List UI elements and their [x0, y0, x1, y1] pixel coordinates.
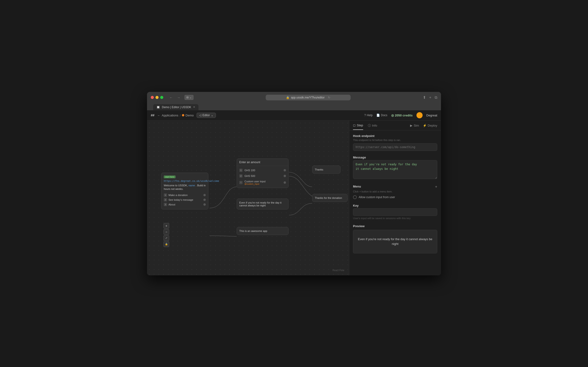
menu-num-3: 3 — [164, 203, 167, 206]
zoom-out-button[interactable]: − — [163, 229, 169, 235]
maximize-button[interactable] — [160, 96, 163, 99]
menu-label-3: About — [169, 203, 175, 206]
tab-sim[interactable]: ▶ Sim — [410, 124, 419, 130]
toolbar-icons: ⬆ + ⧉ — [423, 95, 437, 100]
editor-label: Editor — [202, 114, 210, 117]
tab-close-button[interactable]: ✕ — [193, 106, 195, 109]
address-bar-row: 🔒 app.ussdk.me/YTfvu/editor ↻ — [196, 95, 420, 100]
amount-item-1: 1 GHS 100 — [237, 167, 288, 173]
sidebar-chevron-icon: ⌄ — [189, 96, 192, 99]
title-bar: ← → ⊟ ⌄ 🔒 app.ussdk.me/YTfvu/editor ↻ ⬆ … — [151, 95, 437, 100]
key-sublabel: User's input will be saved in sessions w… — [353, 217, 437, 220]
zoom-controls: + − ⤢ 🔒 — [163, 223, 169, 247]
hook-endpoint-input[interactable] — [353, 143, 437, 151]
share-icon-button[interactable]: ⬆ — [423, 95, 426, 100]
info-icon: ⓘ — [368, 124, 371, 128]
minimize-button[interactable] — [155, 96, 159, 99]
tab-title: Demo | Editor | USSDK — [162, 106, 191, 109]
menu-label-2: See today's message — [169, 198, 193, 201]
thanks-donation-text: Thanks for the donation — [315, 197, 342, 199]
hook-endpoint-label: Hook endpoint — [353, 134, 437, 138]
custom-input-item: * Custom user input @custom_input — [237, 179, 288, 186]
message-textarea[interactable]: Even if you're not ready for the day it … — [353, 160, 437, 179]
breadcrumb-separator: / — [180, 114, 181, 117]
panel-content: Hook endpoint This endpoint is hit befor… — [349, 130, 441, 275]
menu-connector-1 — [203, 194, 206, 196]
new-tab-button[interactable]: + — [429, 95, 431, 100]
start-node[interactable]: start here https://fns.degreat.co.uk/uss… — [161, 173, 208, 210]
custom-input-connector — [284, 181, 286, 184]
help-label: Help — [367, 114, 373, 117]
custom-input-num: * — [239, 181, 242, 184]
message-node-text: Even if you're not ready for the day it … — [239, 201, 282, 207]
app-bar-right: ? Help 📄 Docs ◎ 2050 credits Degreat — [364, 112, 437, 118]
menu-sublabel: Click + button to add a menu item. — [353, 190, 437, 193]
menu-num-2: 2 — [164, 198, 167, 201]
amount-label-2: GHS 500 — [244, 175, 255, 177]
menu-num-1: 1 — [164, 193, 167, 197]
react-flow-label: React Flow — [332, 269, 344, 272]
enter-amount-body: 1 GHS 100 2 GHS 500 * Custom user input … — [237, 166, 288, 188]
traffic-lights — [151, 96, 163, 99]
address-bar[interactable]: 🔒 app.ussdk.me/YTfvu/editor ↻ — [266, 95, 351, 100]
start-node-url: https://fns.degreat.co.uk/ussdk/welcome — [164, 180, 206, 182]
enter-amount-node[interactable]: Enter an amount 1 GHS 100 2 GHS 500 * — [237, 158, 289, 188]
message-group: Message Even if you're not ready for the… — [353, 156, 437, 180]
tab-deploy[interactable]: ⚡ Deploy — [423, 124, 437, 130]
hook-endpoint-sublabel: This endpoint is hit before this step is… — [353, 139, 437, 142]
tab-info[interactable]: ⓘ Info — [368, 124, 377, 130]
amount-item-2: 2 GHS 500 — [237, 173, 288, 179]
breadcrumb-applications[interactable]: Applications — [162, 114, 178, 117]
browser-chrome: ← → ⊟ ⌄ 🔒 app.ussdk.me/YTfvu/editor ↻ ⬆ … — [147, 92, 441, 110]
nav-buttons: ← → — [168, 95, 182, 100]
credits-button[interactable]: ◎ 2050 credits — [391, 114, 413, 117]
thanks-node-text: Thanks — [315, 168, 323, 171]
refresh-icon[interactable]: ↻ — [328, 96, 330, 99]
main-content: start here https://fns.degreat.co.uk/uss… — [147, 121, 441, 275]
editor-chevron-icon: ⌄ — [211, 114, 213, 117]
credits-icon: ◎ — [391, 114, 394, 117]
close-button[interactable] — [151, 96, 154, 99]
editor-badge[interactable]: ◁ Editor ⌄ — [197, 113, 216, 118]
breadcrumb-back-icon[interactable]: ← — [157, 114, 161, 117]
breadcrumb-demo-label[interactable]: Demo — [185, 114, 194, 117]
tab-icon: 🔲 — [156, 106, 160, 109]
message-node[interactable]: Even if you're not ready for the day it … — [237, 199, 289, 209]
help-button[interactable]: ? Help — [364, 114, 373, 117]
amount-connector-1 — [284, 169, 286, 171]
tabs-button[interactable]: ⧉ — [435, 95, 437, 100]
back-button[interactable]: ← — [168, 95, 174, 100]
demo-dot — [182, 114, 184, 117]
zoom-in-button[interactable]: + — [163, 223, 169, 229]
user-avatar[interactable] — [417, 112, 423, 118]
lock-view-button[interactable]: 🔒 — [163, 241, 169, 247]
right-panel: ◻ Step ⓘ Info ▶ Sim ⚡ Deploy — [349, 121, 441, 275]
allow-custom-checkbox[interactable] — [353, 195, 357, 199]
panel-tabs: ◻ Step ⓘ Info ▶ Sim ⚡ Deploy — [349, 121, 441, 130]
key-label: Key — [353, 204, 437, 207]
canvas-area[interactable]: start here https://fns.degreat.co.uk/uss… — [147, 121, 349, 275]
fit-view-button[interactable]: ⤢ — [163, 235, 169, 241]
tab-step[interactable]: ◻ Step — [353, 124, 363, 130]
amount-label-1: GHS 100 — [244, 169, 255, 172]
awesome-node[interactable]: This is an awesome app — [237, 227, 289, 235]
active-tab[interactable]: 🔲 Demo | Editor | USSDK ✕ — [153, 104, 198, 110]
docs-label: Docs — [381, 114, 387, 117]
forward-button[interactable]: → — [176, 95, 182, 100]
breadcrumb: ← Applications / Demo — [157, 114, 194, 117]
step-icon: ◻ — [353, 124, 355, 127]
enter-amount-header: Enter an amount — [237, 159, 288, 166]
sidebar-toggle-button[interactable]: ⊟ ⌄ — [185, 95, 193, 100]
user-name: Degreat — [426, 114, 437, 117]
info-label: Info — [372, 124, 377, 127]
add-menu-button[interactable]: + — [435, 185, 437, 189]
preview-label: Preview — [353, 224, 437, 228]
menu-item-3: 3 About — [164, 202, 206, 207]
key-input[interactable] — [353, 208, 437, 216]
menu-label: Menu — [353, 185, 361, 188]
credits-label: 2050 credits — [395, 114, 413, 117]
awesome-node-text: This is an awesome app — [239, 230, 267, 232]
docs-button[interactable]: 📄 Docs — [376, 114, 387, 117]
thanks-node[interactable]: Thanks — [312, 166, 340, 174]
thanks-donation-node[interactable]: Thanks for the donation — [312, 194, 347, 202]
